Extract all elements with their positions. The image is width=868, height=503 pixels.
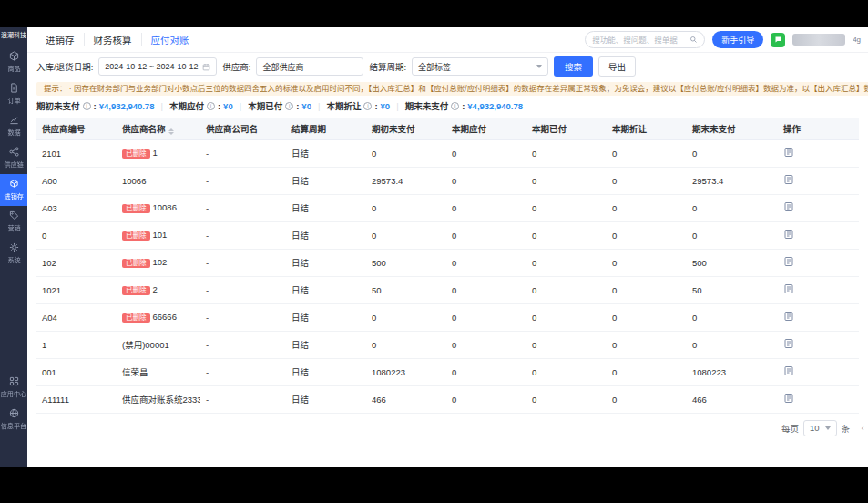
table-row[interactable]: A03 已删除10086 - 日结 0 0 0 0 0 xyxy=(36,194,859,221)
sidebar-item-goods[interactable]: 商品 xyxy=(0,46,27,78)
messenger-icon[interactable] xyxy=(771,33,785,47)
report-icon[interactable] xyxy=(783,147,794,158)
sort-icon[interactable] xyxy=(168,128,174,135)
opening-unpaid-cell: 0 xyxy=(366,194,446,221)
row-action-cell[interactable] xyxy=(778,331,859,358)
sidebar-item-marketing[interactable]: 营销 xyxy=(0,206,27,238)
col-closing-unpaid: 期末未支付 xyxy=(687,118,778,139)
info-icon[interactable]: i xyxy=(83,102,91,110)
sidebar-item-inventory[interactable]: 进销存 xyxy=(0,174,27,206)
tab-payable-statement[interactable]: 应付对账 xyxy=(141,33,199,46)
table-row[interactable]: A04 已删除66666 - 日结 0 0 0 0 0 xyxy=(36,303,859,331)
table-row[interactable]: A11111 供应商对账系统2333 - 日结 466 0 0 0 466 xyxy=(36,385,859,413)
date-range-value[interactable] xyxy=(105,62,199,71)
pagination: 每页 10 条 ‹ 1 2 › xyxy=(27,414,868,436)
sidebar-item-app-center[interactable]: 应用中心 xyxy=(0,372,27,404)
row-action-cell[interactable] xyxy=(778,139,859,167)
report-icon[interactable] xyxy=(783,229,794,240)
info-icon[interactable]: i xyxy=(363,102,372,110)
grid-icon xyxy=(9,376,19,386)
row-action-cell[interactable] xyxy=(778,276,859,303)
row-action-cell[interactable] xyxy=(778,221,859,249)
per-page-select[interactable]: 10 xyxy=(803,420,837,436)
global-search-input[interactable] xyxy=(592,36,686,45)
supplier-code-cell: A00 xyxy=(36,167,117,194)
search-button[interactable]: 搜索 xyxy=(554,56,593,77)
report-icon[interactable] xyxy=(783,256,794,267)
closing-unpaid-cell: 500 xyxy=(687,249,778,276)
company-name-cell: - xyxy=(200,167,286,194)
period-payable-cell: 0 xyxy=(446,221,526,249)
row-action-cell[interactable] xyxy=(778,194,859,221)
supplier-code-cell: A11111 xyxy=(36,385,117,413)
user-avatar[interactable] xyxy=(792,34,845,46)
date-range-input[interactable] xyxy=(98,57,217,76)
table-row[interactable]: A00 10066 - 日结 29573.4 0 0 0 29573.4 xyxy=(36,167,859,194)
info-icon[interactable]: i xyxy=(451,102,459,110)
global-search[interactable] xyxy=(585,31,705,48)
company-name-cell: - xyxy=(200,276,286,303)
guide-button[interactable]: 新手引导 xyxy=(712,31,763,48)
row-action-cell[interactable] xyxy=(778,358,859,385)
box-icon xyxy=(9,179,19,189)
sidebar-item-info-platform[interactable]: 信息平台 xyxy=(0,404,27,436)
settle-cycle-cell: 日结 xyxy=(286,331,366,358)
supplier-name-cell: 供应商对账系统2333 xyxy=(117,385,200,413)
table-row[interactable]: 2101 已删除1 - 日结 0 0 0 0 0 xyxy=(36,139,859,167)
report-icon[interactable] xyxy=(783,311,794,322)
company-name-cell: - xyxy=(200,303,286,331)
period-paid-cell: 0 xyxy=(526,303,607,331)
sidebar-item-label: 营销 xyxy=(7,222,20,231)
tag-icon xyxy=(9,210,19,221)
table-body: 2101 已删除1 - 日结 0 0 0 0 0 A00 10066 - 日结 … xyxy=(36,139,859,413)
report-icon[interactable] xyxy=(783,201,794,212)
supplier-code-cell: 1 xyxy=(36,331,117,358)
prev-page-button[interactable]: ‹ xyxy=(854,420,868,436)
report-icon[interactable] xyxy=(783,393,794,404)
closing-unpaid-cell: 0 xyxy=(687,221,778,249)
tab-inventory[interactable]: 进销存 xyxy=(36,33,84,46)
info-icon[interactable]: i xyxy=(285,102,293,110)
period-paid-cell: 0 xyxy=(526,358,607,385)
export-button[interactable]: 导出 xyxy=(598,56,636,77)
notice-bar: 提示： · 因存在财务部门与业务部门对小数点后三位的数据四舍五入的标准以及启用时… xyxy=(36,82,868,96)
period-paid-cell: 0 xyxy=(526,194,607,221)
row-action-cell[interactable] xyxy=(778,249,859,276)
sidebar-item-orders[interactable]: 订单 xyxy=(0,78,27,110)
table-row[interactable]: 102 已删除102 - 日结 500 0 0 0 500 xyxy=(36,249,859,276)
col-actions: 操作 xyxy=(778,118,859,139)
period-discount-cell: 0 xyxy=(607,221,687,249)
supplier-value[interactable] xyxy=(262,62,357,71)
supplier-name-cell: 信荣昌 xyxy=(117,358,200,385)
closing-unpaid-cell: 466 xyxy=(687,385,778,413)
period-payable-cell: 0 xyxy=(446,167,526,194)
tab-finance[interactable]: 财务核算 xyxy=(84,33,141,46)
settle-cycle-cell: 日结 xyxy=(286,358,366,385)
calendar-icon xyxy=(202,63,210,71)
report-icon[interactable] xyxy=(783,283,794,294)
sidebar-item-data[interactable]: 数据 xyxy=(0,110,27,142)
info-icon[interactable]: i xyxy=(207,102,215,110)
row-action-cell[interactable] xyxy=(778,385,859,413)
report-icon[interactable] xyxy=(783,174,794,185)
row-action-cell[interactable] xyxy=(778,167,859,194)
per-page-label: 每页 xyxy=(781,422,799,435)
table-row[interactable]: 1021 已删除2 - 日结 50 0 0 0 50 xyxy=(36,276,859,303)
cycle-filter-label: 结算周期: xyxy=(369,60,406,73)
report-icon[interactable] xyxy=(783,338,794,349)
sidebar-item-system[interactable]: 系统 xyxy=(0,238,27,270)
closing-unpaid-cell: 0 xyxy=(687,331,778,358)
summary-period-discount: 本期折让 i: ¥0 xyxy=(326,99,390,112)
table-row[interactable]: 001 信荣昌 - 日结 1080223 0 0 0 1080223 xyxy=(36,358,859,385)
top-right-controls: 新手引导 4g ? ⋮ xyxy=(585,31,868,48)
report-icon[interactable] xyxy=(783,365,794,376)
cycle-select[interactable]: 全部标签 xyxy=(412,57,548,76)
sidebar-item-supply-chain[interactable]: 供应链 xyxy=(0,142,27,174)
supplier-code-cell: 001 xyxy=(36,358,117,385)
supplier-code-cell: 0 xyxy=(36,221,117,249)
supplier-input[interactable] xyxy=(256,57,363,76)
settle-cycle-cell: 日结 xyxy=(286,276,366,303)
row-action-cell[interactable] xyxy=(778,303,859,331)
table-row[interactable]: 1 (禁用)00001 - 日结 0 0 0 0 0 xyxy=(36,331,859,358)
table-row[interactable]: 0 已删除101 - 日结 0 0 0 0 0 xyxy=(36,221,859,249)
